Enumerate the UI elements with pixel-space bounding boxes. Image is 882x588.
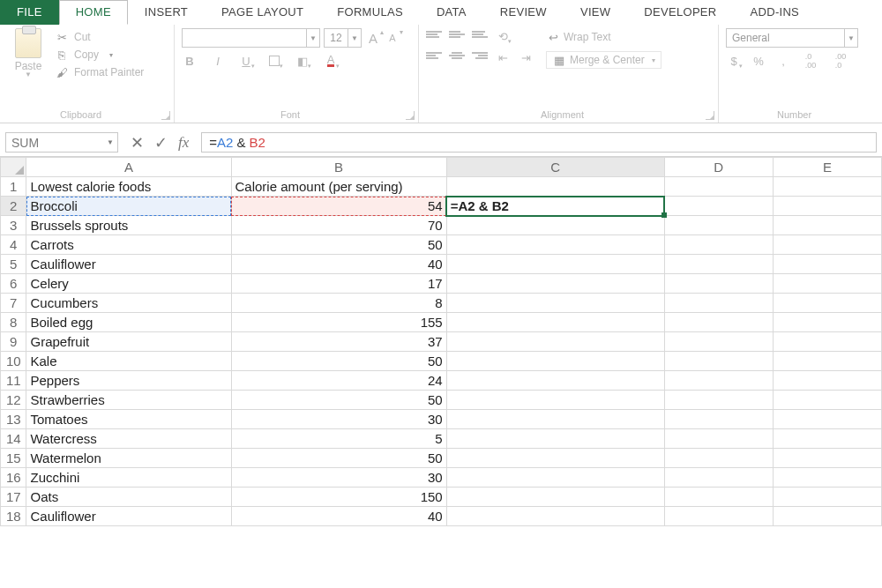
- cell[interactable]: Boiled egg: [26, 313, 231, 332]
- row-header[interactable]: 15: [1, 449, 26, 468]
- tab-formulas[interactable]: FORMULAS: [320, 0, 420, 25]
- dialog-launcher-icon[interactable]: [406, 111, 415, 120]
- italic-button[interactable]: I: [210, 53, 226, 69]
- copy-button[interactable]: ⎘Copy▾: [55, 48, 144, 62]
- tab-insert[interactable]: INSERT: [128, 0, 205, 25]
- cell[interactable]: Celery: [26, 274, 231, 294]
- cell[interactable]: 30: [231, 468, 446, 488]
- cell[interactable]: [664, 197, 773, 216]
- cell[interactable]: [446, 391, 664, 410]
- number-format-select[interactable]: General▼: [726, 28, 858, 48]
- bold-button[interactable]: B: [182, 53, 198, 69]
- row-header[interactable]: 3: [1, 216, 26, 235]
- cell[interactable]: 40: [231, 255, 446, 274]
- cell[interactable]: [664, 216, 773, 235]
- tab-file[interactable]: FILE: [0, 0, 59, 25]
- cell[interactable]: [664, 352, 773, 371]
- cell[interactable]: [773, 352, 881, 371]
- cell[interactable]: [773, 313, 881, 332]
- cell[interactable]: 54: [231, 197, 446, 216]
- cell[interactable]: [446, 294, 664, 313]
- tab-review[interactable]: REVIEW: [483, 0, 564, 25]
- spreadsheet-grid[interactable]: A B C D E 1Lowest calorie foodsCalorie a…: [0, 157, 882, 526]
- cell[interactable]: Cucumbers: [26, 294, 231, 313]
- cell[interactable]: [773, 507, 881, 526]
- name-box[interactable]: SUM▼: [5, 132, 118, 153]
- format-painter-button[interactable]: 🖌Format Painter: [55, 65, 144, 79]
- dialog-launcher-icon[interactable]: [161, 111, 170, 120]
- cell[interactable]: 50: [231, 235, 446, 255]
- col-header-b[interactable]: B: [231, 158, 446, 177]
- row-header[interactable]: 7: [1, 294, 26, 313]
- cell[interactable]: [664, 235, 773, 255]
- decrease-indent-button[interactable]: ⇤: [495, 49, 511, 65]
- cell[interactable]: [773, 449, 881, 468]
- increase-decimal-button[interactable]: .0.00: [800, 53, 821, 69]
- cell[interactable]: Lowest calorie foods: [26, 177, 231, 197]
- increase-indent-button[interactable]: ⇥: [518, 49, 534, 65]
- select-all-corner[interactable]: [1, 158, 26, 177]
- row-header[interactable]: 12: [1, 391, 26, 410]
- cell[interactable]: Cauliflower: [26, 507, 231, 526]
- decrease-font-button[interactable]: A▾: [385, 30, 400, 46]
- cell[interactable]: 37: [231, 332, 446, 352]
- cell[interactable]: Zucchini: [26, 468, 231, 488]
- cell[interactable]: [773, 197, 881, 216]
- cell[interactable]: =A2 & B2: [446, 197, 664, 216]
- font-size-select[interactable]: 12▼: [324, 28, 362, 48]
- cell[interactable]: [446, 449, 664, 468]
- cell[interactable]: Watermelon: [26, 449, 231, 468]
- row-header[interactable]: 5: [1, 255, 26, 274]
- row-header[interactable]: 2: [1, 197, 26, 216]
- row-header[interactable]: 10: [1, 352, 26, 371]
- cell[interactable]: [773, 235, 881, 255]
- align-top-button[interactable]: [426, 30, 442, 42]
- wrap-text-button[interactable]: ↩Wrap Text: [546, 30, 662, 44]
- cell[interactable]: [773, 391, 881, 410]
- cell[interactable]: [446, 410, 664, 429]
- cell[interactable]: [446, 235, 664, 255]
- col-header-c[interactable]: C: [446, 158, 664, 177]
- underline-button[interactable]: U: [238, 53, 254, 69]
- tab-addins[interactable]: ADD-INS: [734, 0, 817, 25]
- cell[interactable]: [446, 313, 664, 332]
- cell[interactable]: [773, 216, 881, 235]
- cell[interactable]: [664, 391, 773, 410]
- row-header[interactable]: 11: [1, 371, 26, 391]
- cell[interactable]: [773, 429, 881, 449]
- cell[interactable]: Broccoli: [26, 197, 231, 216]
- col-header-d[interactable]: D: [664, 158, 773, 177]
- cell[interactable]: [446, 352, 664, 371]
- cell[interactable]: 17: [231, 274, 446, 294]
- cell[interactable]: 70: [231, 216, 446, 235]
- cell[interactable]: 150: [231, 488, 446, 507]
- comma-style-button[interactable]: ,: [775, 53, 791, 69]
- cell[interactable]: 8: [231, 294, 446, 313]
- align-left-button[interactable]: [426, 51, 442, 63]
- cell[interactable]: [664, 294, 773, 313]
- align-bottom-button[interactable]: [472, 30, 488, 42]
- cell[interactable]: [664, 332, 773, 352]
- cell[interactable]: [446, 177, 664, 197]
- row-header[interactable]: 16: [1, 468, 26, 488]
- align-middle-button[interactable]: [449, 30, 465, 42]
- cell[interactable]: 50: [231, 449, 446, 468]
- cell[interactable]: [446, 468, 664, 488]
- cell[interactable]: [773, 371, 881, 391]
- dialog-launcher-icon[interactable]: [706, 111, 714, 120]
- cell[interactable]: [773, 294, 881, 313]
- cell[interactable]: [664, 449, 773, 468]
- accept-formula-button[interactable]: ✓: [154, 133, 168, 153]
- row-header[interactable]: 14: [1, 429, 26, 449]
- border-button[interactable]: [266, 53, 282, 69]
- cell[interactable]: Kale: [26, 352, 231, 371]
- cell[interactable]: [664, 507, 773, 526]
- align-center-button[interactable]: [449, 51, 465, 63]
- cell[interactable]: 24: [231, 371, 446, 391]
- cell[interactable]: [664, 429, 773, 449]
- tab-data[interactable]: DATA: [420, 0, 483, 25]
- cell[interactable]: Grapefruit: [26, 332, 231, 352]
- col-header-a[interactable]: A: [26, 158, 231, 177]
- row-header[interactable]: 18: [1, 507, 26, 526]
- fill-color-button[interactable]: ◧: [295, 53, 310, 69]
